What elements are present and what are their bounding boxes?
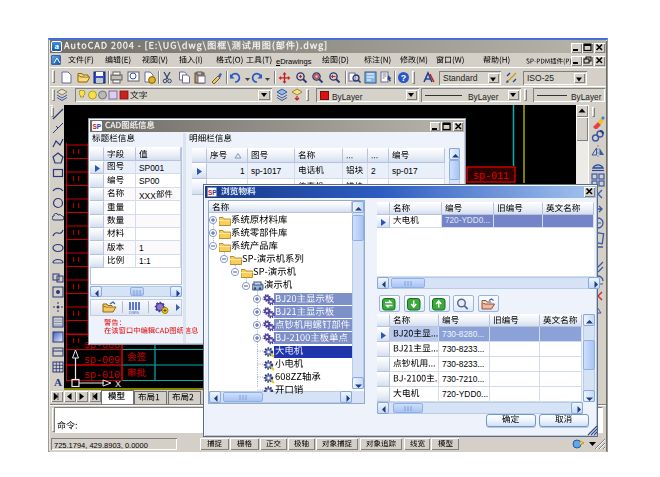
svg-text:DWG: DWG: [129, 310, 139, 315]
svg-text:?: ?: [401, 73, 407, 83]
svg-text:X: X: [115, 379, 121, 389]
svg-text:sp-011: sp-011: [473, 171, 509, 182]
svg-text:A: A: [54, 376, 62, 388]
